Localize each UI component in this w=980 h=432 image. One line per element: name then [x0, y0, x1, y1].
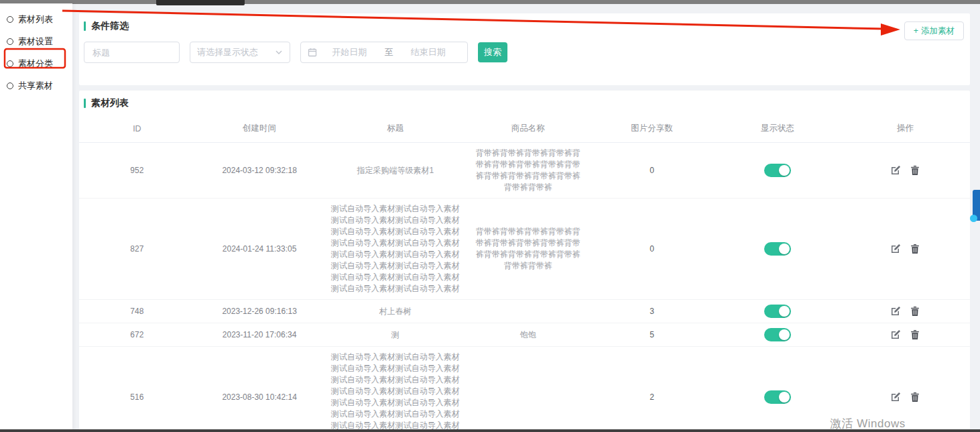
section-accent-bar [84, 21, 86, 31]
status-select-placeholder: 请选择显示状态 [197, 46, 258, 58]
cell-created: 2023-11-20 17:06:34 [195, 323, 324, 347]
cell-shares: 0 [589, 199, 714, 300]
edit-icon[interactable] [890, 329, 901, 340]
delete-icon[interactable] [910, 392, 920, 402]
col-header-shares: 图片分享数 [589, 116, 714, 143]
cell-created: 2023-08-30 10:42:14 [195, 347, 324, 432]
display-status-toggle[interactable] [764, 242, 791, 256]
filter-controls-row: 请选择显示状态 开始日期 至 结束日期 搜索 [84, 42, 507, 63]
cell-id: 827 [79, 199, 195, 300]
cell-product: 饱饱 [467, 323, 589, 347]
table-row: 672 2023-11-20 17:06:34 测 饱饱 5 [79, 323, 970, 347]
table-row: 748 2023-12-26 09:16:13 村上春树 3 [79, 300, 970, 323]
calendar-icon [308, 48, 317, 57]
cell-shares: 2 [589, 347, 714, 432]
cell-created: 2023-12-26 09:16:13 [195, 300, 324, 323]
table-header-row: ID 创建时间 标题 商品名称 图片分享数 显示状态 操作 [79, 116, 970, 143]
cell-product: 背带裤背带裤背带裤背带裤背带裤背带裤背带裤背带裤背带裤背带裤背带裤背带裤背带裤背… [467, 143, 589, 199]
cell-id: 952 [79, 143, 195, 199]
filter-section-title: 条件筛选 [91, 20, 129, 32]
section-accent-bar [84, 99, 86, 108]
cell-title: 村上春树 [324, 300, 467, 323]
date-range-picker[interactable]: 开始日期 至 结束日期 [300, 42, 468, 63]
cell-title: 测 [324, 323, 467, 347]
widget-dot-icon [970, 215, 977, 222]
cell-id: 516 [79, 347, 195, 432]
cell-id: 748 [79, 300, 195, 323]
list-section-title: 素材列表 [91, 97, 129, 109]
add-material-label: 添加素材 [921, 25, 955, 37]
cell-shares: 5 [589, 323, 714, 347]
delete-icon[interactable] [910, 244, 920, 254]
list-section-head: 素材列表 [79, 91, 970, 109]
plus-icon: + [914, 26, 918, 36]
floating-widget[interactable] [973, 190, 980, 221]
material-list-card: 素材列表 ID 创建时间 标题 商品名称 图片分享数 显示状态 操作 952 2… [79, 91, 970, 432]
col-header-id: ID [79, 116, 195, 143]
cell-title: 测试自动导入素材测试自动导入素材测试自动导入素材测试自动导入素材测试自动导入素材… [324, 347, 467, 432]
sidebar-item-material-category[interactable]: 素材分类 [7, 56, 72, 72]
date-start-placeholder: 开始日期 [317, 46, 382, 58]
table-row: 827 2024-01-24 11:33:05 测试自动导入素材测试自动导入素材… [79, 199, 970, 300]
top-chrome-strip [0, 0, 980, 4]
top-chrome-cutoff-text [156, 0, 245, 5]
display-status-toggle[interactable] [764, 390, 791, 404]
cell-id: 672 [79, 323, 195, 347]
radio-circle-icon [7, 16, 13, 23]
display-status-toggle[interactable] [764, 328, 791, 341]
col-header-product: 商品名称 [467, 116, 589, 143]
edit-icon[interactable] [890, 392, 901, 402]
toggle-knob [779, 329, 790, 340]
edit-icon[interactable] [890, 165, 901, 176]
col-header-actions: 操作 [841, 116, 970, 143]
date-separator: 至 [382, 46, 396, 58]
delete-icon[interactable] [910, 306, 920, 317]
cell-title: 指定采购端等级素材1 [324, 143, 467, 199]
chevron-down-icon [275, 48, 283, 56]
search-button[interactable]: 搜索 [478, 42, 507, 62]
toggle-knob [779, 165, 790, 176]
material-table: ID 创建时间 标题 商品名称 图片分享数 显示状态 操作 952 2024-0… [79, 116, 970, 432]
sidebar-item-label: 共享素材 [18, 80, 53, 92]
toggle-knob [779, 244, 790, 254]
delete-icon[interactable] [910, 165, 920, 176]
col-header-status: 显示状态 [715, 116, 841, 143]
edit-icon[interactable] [890, 306, 901, 317]
cell-created: 2024-01-24 11:33:05 [195, 199, 324, 300]
sidebar-item-material-list[interactable]: 素材列表 [7, 11, 72, 28]
date-end-placeholder: 结束日期 [396, 46, 461, 58]
col-header-created: 创建时间 [195, 116, 324, 143]
cell-shares: 0 [589, 143, 714, 199]
display-status-toggle[interactable] [764, 164, 791, 177]
sidebar-item-label: 素材分类 [18, 58, 53, 70]
cell-product [467, 347, 589, 432]
delete-icon[interactable] [910, 329, 920, 340]
sidebar-item-label: 素材列表 [18, 13, 53, 25]
status-select[interactable]: 请选择显示状态 [190, 42, 290, 63]
filter-section-head: 条件筛选 [79, 13, 970, 32]
filter-card: 条件筛选 请选择显示状态 开始日期 至 结束日期 搜索 + 添加素材 [79, 13, 970, 85]
add-material-button[interactable]: + 添加素材 [904, 21, 964, 40]
radio-circle-icon [7, 38, 13, 45]
bottom-taskbar-edge [0, 429, 980, 432]
edit-icon[interactable] [890, 244, 901, 254]
cell-product [467, 300, 589, 323]
title-search-input[interactable] [84, 42, 180, 63]
sidebar-item-label: 素材设置 [18, 36, 53, 48]
cell-title: 测试自动导入素材测试自动导入素材测试自动导入素材测试自动导入素材测试自动导入素材… [324, 199, 467, 300]
col-header-title: 标题 [324, 116, 467, 143]
toggle-knob [779, 392, 790, 402]
sidebar: 素材列表 素材设置 素材分类 共享素材 [0, 3, 72, 432]
radio-circle-icon [7, 60, 13, 67]
cell-created: 2024-03-12 09:32:18 [195, 143, 324, 199]
display-status-toggle[interactable] [764, 305, 791, 318]
cell-product: 背带裤背带裤背带裤背带裤背带裤背带裤背带裤背带裤背带裤背带裤背带裤背带裤背带裤背… [467, 199, 589, 300]
table-row: 952 2024-03-12 09:32:18 指定采购端等级素材1 背带裤背带… [79, 143, 970, 199]
sidebar-item-material-settings[interactable]: 素材设置 [7, 34, 72, 50]
radio-circle-icon [7, 83, 13, 89]
cell-shares: 3 [589, 300, 714, 323]
toggle-knob [779, 306, 790, 317]
sidebar-item-shared-material[interactable]: 共享素材 [7, 78, 72, 94]
